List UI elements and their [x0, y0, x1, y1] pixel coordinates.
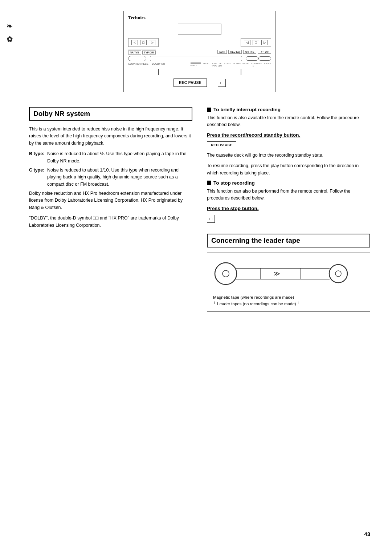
- briefly-interrupt-header: To briefly interrupt recording: [207, 107, 370, 112]
- svg-point-3: [335, 271, 341, 277]
- right-column: To briefly interrupt recording This func…: [207, 107, 370, 312]
- device-bottom-row: COUNTER RESET DOLBY NR EJECT SPEED SYNC …: [128, 63, 271, 67]
- resume-text: To resume recording, press the play butt…: [207, 162, 370, 177]
- btn-nr-l: NR TYE: [128, 51, 141, 55]
- btn-play-l: ▷: [149, 40, 155, 45]
- page-number: 43: [364, 531, 370, 537]
- briefly-interrupt-icon: [207, 108, 211, 112]
- device-transport-left: ◁ □ ▷: [128, 38, 159, 47]
- press-record-header: Press the record/record standby button.: [207, 132, 370, 138]
- dolby-license-text: Dolby noise reduction and HX Pro headroo…: [29, 190, 192, 211]
- device-bottom-controls: REC PAUSE □: [128, 78, 271, 87]
- cassette-standby-text: The cassette deck will go into the recor…: [207, 152, 370, 159]
- briefly-interrupt-title: To briefly interrupt recording: [213, 107, 281, 112]
- device-speed-controls: EJECT SPEED SYNC REC START——TAPE EDT—— H…: [191, 63, 271, 67]
- btn-stop-l: □: [140, 40, 147, 45]
- device-controls-top-row: ◁ □ ▷ ◁ □ ▷: [128, 38, 271, 47]
- magnetic-tape-label: Magnetic tape (where recordings are made…: [213, 294, 294, 301]
- leader-tape-label: └ Leader tapes (no recordings can be mad…: [213, 301, 300, 307]
- rec-pause-label: REC PAUSE: [207, 141, 236, 148]
- device-diagram: Technics ◁ □ ▷ ◁ □ ▷ NR TYE TYP DIR EDIT: [123, 11, 276, 92]
- tape-label-leader: └ Leader tapes (no recordings can be mad…: [213, 301, 364, 307]
- two-column-layout: Dolby NR system This is a system intende…: [29, 107, 370, 312]
- btn-rec-eq: REC EQ: [228, 50, 242, 54]
- btn-typ-r: TYP DIR: [258, 50, 271, 54]
- device-small-controls-left: NR TYE TYP DIR: [128, 49, 156, 55]
- device-display: [178, 24, 221, 35]
- device-oval-left: [128, 56, 146, 61]
- margin-marks: ❧ ✿: [7, 22, 13, 44]
- b-type-text: Noise is reduced to about ½. Use this ty…: [47, 150, 192, 165]
- btn-edit: EDIT: [217, 50, 227, 54]
- device-line-connectors: [128, 69, 271, 75]
- stop-recording-title: To stop recording: [213, 180, 255, 186]
- device-center-controls: EDIT REC EQ NR TYE TYP DIR: [217, 49, 271, 55]
- left-column: Dolby NR system This is a system intende…: [29, 107, 192, 312]
- c-type-label: C type:: [29, 167, 47, 188]
- device-brand: Technics: [128, 15, 271, 21]
- rec-pause-button-inline: REC PAUSE: [207, 141, 370, 152]
- dolby-nr-title: Dolby NR system: [33, 110, 188, 118]
- stop-button-inline: □: [207, 215, 215, 223]
- device-oval-right: [246, 56, 258, 61]
- device-transport-right: ◁ □ ▷: [241, 38, 271, 47]
- leader-tape-section-box: Concerning the leader tape: [207, 234, 370, 247]
- stop-button-diagram: □: [218, 79, 226, 87]
- stop-recording-icon: [207, 181, 211, 185]
- b-type-entry: B type: Noise is reduced to about ½. Use…: [29, 150, 192, 165]
- btn-nr-r: NR TYE: [243, 50, 256, 54]
- svg-text:≫: ≫: [273, 270, 280, 277]
- btn-play-r: ▷: [261, 40, 268, 45]
- dolby-nr-intro: This is a system intended to reduce hiss…: [29, 126, 192, 147]
- device-label-counter-reset: COUNTER RESET DOLBY NR: [128, 63, 165, 67]
- dolby-trademark-text: "DOLBY", the double-D symbol □□ and "HX …: [29, 215, 192, 229]
- btn-rew-r: ◁: [244, 40, 250, 45]
- briefly-interrupt-text: This function is also available from the…: [207, 114, 370, 129]
- device-mid-row: [128, 56, 271, 61]
- rec-pause-button-diagram: REC PAUSE: [173, 78, 207, 87]
- dolby-nr-section-box: Dolby NR system: [29, 107, 192, 121]
- btn-stop-r: □: [253, 40, 259, 45]
- press-stop-header: Press the stop button.: [207, 206, 370, 211]
- tape-svg: ≫: [213, 257, 351, 290]
- margin-mark-1: ❧: [7, 22, 13, 31]
- tape-label-magnetic: Magnetic tape (where recordings are made…: [213, 294, 364, 301]
- device-oval-right2: [258, 56, 271, 61]
- tape-labels: Magnetic tape (where recordings are made…: [213, 294, 364, 307]
- stop-recording-text: This function can also be performed from…: [207, 188, 370, 202]
- c-type-entry: C type: Noise is reduced to about 1/10. …: [29, 167, 192, 188]
- b-type-label: B type:: [29, 150, 47, 165]
- leader-tape-title: Concerning the leader tape: [211, 237, 366, 245]
- c-type-text: Noise is reduced to about 1/10. Use this…: [47, 167, 192, 188]
- device-center-slider: [150, 56, 242, 61]
- btn-rew: ◁: [131, 40, 138, 45]
- btn-typ-l: TYP DIR: [142, 51, 156, 55]
- stop-recording-header: To stop recording: [207, 180, 370, 186]
- margin-mark-2: ✿: [7, 35, 13, 44]
- svg-point-1: [222, 270, 229, 277]
- tape-diagram-container: ≫ Magnetic tape (where recordings are ma…: [207, 253, 370, 312]
